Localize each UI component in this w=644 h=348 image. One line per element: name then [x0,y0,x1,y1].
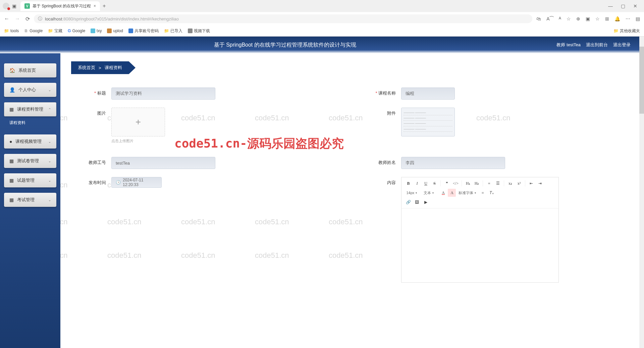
favorites-bar-icon[interactable]: ☆ [595,16,600,21]
clock-icon: 🕓 [116,180,121,185]
user-icon: 👤 [9,87,15,93]
teacher-name-input[interactable] [401,157,505,169]
grid-icon: ▦ [9,107,14,112]
attachment-preview[interactable]: ———— ———— ———— ———— ———— ———— ———— ———— [401,108,455,136]
new-tab-button[interactable]: + [103,3,106,9]
sidebar-item-tests[interactable]: ▦ 测试卷管理 ⌄ [4,154,56,168]
browser-tab[interactable]: V 基于 SpringBoot 的在线学习过程 × [20,1,100,11]
italic-button[interactable]: I [413,179,421,187]
read-aloud-icon[interactable]: A⁀ [546,16,553,21]
subscript-button[interactable]: x₂ [506,179,514,187]
sidebar-item-materials[interactable]: ▦ 课程资料管理 ⌃ [4,102,56,116]
bookmark-google[interactable]: 🗎Google [24,28,43,33]
font-style-select[interactable]: 文本▾ [422,190,438,196]
sidebar-subitem-materials[interactable]: 课程资料 [4,116,56,129]
collections-icon[interactable]: ⊕ [576,16,580,21]
font-family-select[interactable]: 标准字体▾ [457,190,478,196]
underline-button[interactable]: U [422,179,430,187]
ul-button[interactable]: ☰ [494,179,502,187]
browser-chrome: ▣ V 基于 SpringBoot 的在线学习过程 × + — ▢ ✕ ← → … [0,0,644,37]
text-size-icon[interactable]: A [559,16,561,21]
teacher-id-input[interactable] [111,157,215,169]
text-color-button[interactable]: A [439,189,447,197]
publish-label: 发布时间 [89,180,106,185]
font-size-select[interactable]: 14px▾ [404,190,421,195]
folder-icon: 📁 [613,28,619,33]
scrollbar-thumb[interactable] [639,47,644,114]
watermark: code51.cn [181,53,215,55]
workspaces-icon[interactable]: ▣ [12,3,16,9]
url-bar[interactable]: ⓘ localhost:8080/springboot7x015/admin/d… [34,14,532,23]
site-info-icon[interactable]: ⓘ [38,16,42,22]
back-icon[interactable]: ← [4,16,9,22]
notifications-icon[interactable]: 🔔 [614,16,620,21]
field-teacher-id: 教师工号 [71,157,341,169]
address-bar: ← → ⟳ ⓘ localhost:8080/springboot7x015/a… [0,12,644,25]
align-button[interactable]: ≡ [479,189,487,197]
clear-format-button[interactable]: Tₓ [487,189,495,197]
shopping-icon[interactable]: 🛍 [536,16,541,21]
refresh-icon[interactable]: ⟳ [25,16,30,22]
extensions-icon[interactable]: ⊞ [605,16,609,21]
strike-button[interactable]: S [430,179,438,187]
superscript-button[interactable]: x² [515,179,523,187]
sidebar-item-exams[interactable]: ▦ 考试管理 ⌄ [4,193,56,207]
bookmarks-bar: 📁tools 🗎Google 📁宝藏 GGoogle txy uplod 共享账… [0,25,644,36]
close-tab-icon[interactable]: × [94,4,96,8]
bookmark-google2[interactable]: GGoogle [68,28,85,33]
outdent-button[interactable]: ⇥ [536,179,544,187]
title-input[interactable] [111,88,215,100]
sidebar-item-videos[interactable]: ● 课程视频管理 ⌄ [4,134,56,149]
bg-color-button[interactable]: A [448,189,456,197]
video-button[interactable]: ▶ [422,198,430,206]
main-content: code51.cn code51.cn code51.cn code51.cn … [60,53,644,348]
image-upload[interactable]: + [111,108,165,136]
form: *标题 *课程名称 编程 图片 + 点击上传图片 [71,88,633,283]
h1-button[interactable]: H₁ [464,179,472,187]
sidebar-item-home[interactable]: 🏠 系统首页 [4,63,56,77]
split-icon[interactable]: ▣ [586,16,590,21]
watermark: code51.cn [255,53,289,55]
bookmark-tools[interactable]: 📁tools [4,28,19,33]
logout-link[interactable]: 退出登录 [613,42,631,48]
close-window-icon[interactable]: ✕ [633,3,637,9]
more-icon[interactable]: ⋯ [626,16,630,21]
field-title: *标题 [71,88,341,100]
favorite-icon[interactable]: ☆ [567,16,571,21]
forward-icon[interactable]: → [15,16,20,22]
quote-button[interactable]: ❝ [443,179,451,187]
breadcrumb-home[interactable]: 系统首页 [78,65,95,71]
folder-icon: 📁 [48,28,53,33]
bookmark-share[interactable]: 共享账号密码 [128,28,159,34]
link-icon [188,28,193,33]
course-select[interactable]: 编程 [401,88,455,100]
exit-front-link[interactable]: 退出到前台 [586,42,608,48]
sidebar-item-profile[interactable]: 👤 个人中心 ⌄ [4,83,56,97]
editor-body[interactable] [401,209,558,282]
h2-button[interactable]: H₂ [473,179,481,187]
scrollbar[interactable] [639,37,644,348]
sidebar-toggle-icon[interactable]: ▤ [636,16,640,21]
chevron-up-icon: ⌃ [48,108,51,111]
bookmark-video[interactable]: 视频下载 [188,28,210,34]
code-button[interactable]: </> [451,179,460,187]
grid-icon: ▦ [9,178,14,183]
bookmark-imported[interactable]: 📁已导入 [164,28,182,34]
bold-button[interactable]: B [404,179,412,187]
publish-datetime-input[interactable]: 🕓 2024-07-11 12:20:33 [111,177,162,188]
profile-icon[interactable] [3,3,9,9]
watermark: code51.cn [60,181,68,189]
ol-button[interactable]: ≡ [485,179,493,187]
bookmark-treasure[interactable]: 📁宝藏 [48,28,62,34]
maximize-icon[interactable]: ▢ [621,3,625,9]
link-button[interactable]: 🔗 [404,198,412,206]
bookmark-uplod[interactable]: uplod [107,28,123,33]
bookmark-txy[interactable]: txy [91,28,102,33]
bookmark-other[interactable]: 📁其他收藏夹 [613,28,640,34]
minimize-icon[interactable]: — [608,3,613,9]
sidebar-item-questions[interactable]: ▦ 试题管理 ⌄ [4,173,56,187]
vue-favicon: V [24,3,30,9]
file-icon: 🗎 [24,28,28,33]
indent-button[interactable]: ⇤ [527,179,535,187]
image-button[interactable]: 🖼 [413,198,421,206]
